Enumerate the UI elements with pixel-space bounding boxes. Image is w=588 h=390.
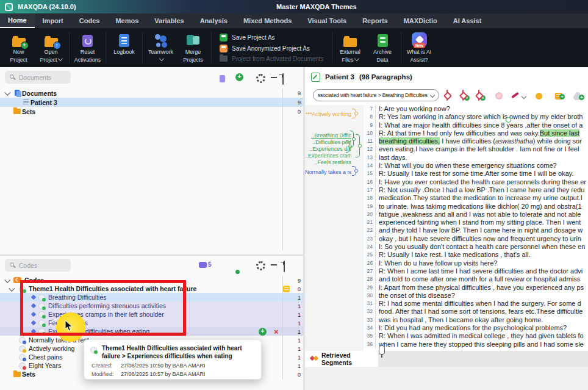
minimize-panel-button[interactable] xyxy=(271,264,277,265)
paragraph-line[interactable]: 25R: Usually I take rest. I take medicat… xyxy=(364,251,588,259)
paragraph-text[interactable]: even eating.I have cramps in the left sh… xyxy=(376,145,579,153)
paragraph-text[interactable]: I: So you usually don't contact a health… xyxy=(376,243,585,251)
margin-code-label-actively-working[interactable]: ***Actively working xyxy=(305,111,351,117)
margin-code-label-difficulties-perf[interactable]: ..Difficulties perf xyxy=(305,139,351,145)
menu-tab-reports[interactable]: Reports xyxy=(354,13,396,28)
paragraph-line[interactable]: 19to urinate. Iwas takimg medications li… xyxy=(364,203,588,211)
retrieved-segments-tab[interactable]: Retrieved Segments xyxy=(305,351,378,367)
undock-panel-button[interactable] xyxy=(282,73,284,85)
external-files-button[interactable]: External Files xyxy=(334,28,367,67)
code-with-new-code-button[interactable]: + xyxy=(459,90,467,101)
code-icon[interactable] xyxy=(443,90,451,101)
paragraph-line[interactable]: 17R: Not usually .Once I had a low BP .T… xyxy=(364,186,588,194)
document-row-documents[interactable]: Documents9 xyxy=(0,88,303,98)
merge-projects-button[interactable]: Merge Projects xyxy=(177,28,209,67)
paragraph-text[interactable]: R: Yes Iam working in afancy store which… xyxy=(376,113,583,121)
paragraph-line[interactable]: 15R: Usually I take rest for some time.A… xyxy=(364,170,588,178)
margin-code-label-breathing-diffic[interactable]: ..Breathing Diffic xyxy=(305,132,351,139)
paragraph-line[interactable]: 18medication.They started the medication… xyxy=(364,194,588,202)
save-anonymized-project-as-button[interactable]: Save Anonymized Project As xyxy=(220,45,324,52)
paragraph-line[interactable]: 24I: So you usually don't contact a heal… xyxy=(364,243,588,251)
paragraph-line[interactable]: 11breathing difficulties, I have difficu… xyxy=(364,137,588,145)
paragraph-line[interactable]: 29I: Apart from these physical difficult… xyxy=(364,284,588,292)
paragraph-text[interactable]: I: Apart from these physical difficultie… xyxy=(376,284,584,292)
code-in-vivo-button[interactable]: + xyxy=(475,90,483,101)
paragraph-line[interactable]: 23okay , but I have severe difficulties … xyxy=(364,235,588,243)
remove-code-button[interactable]: × xyxy=(274,328,279,336)
paragraph-line[interactable]: 21experienced fainting when I stand from… xyxy=(364,218,588,226)
menu-tab-home[interactable]: Home xyxy=(0,13,35,28)
paragraph-text[interactable]: when I came here they stopped this sleep… xyxy=(376,341,584,348)
paragraph-line[interactable]: 22and they told I have low BP. Then I ca… xyxy=(364,226,588,234)
panel-splitter[interactable] xyxy=(0,255,303,256)
chevron-down-icon[interactable] xyxy=(522,94,526,99)
paragraph-text[interactable]: and told to come after one month for a f… xyxy=(376,275,580,283)
menu-tab-maxdictio[interactable]: MAXDictio xyxy=(396,13,445,28)
coding-bracket-blue[interactable] xyxy=(352,166,356,176)
paragraph-text[interactable]: medication.They started the medication t… xyxy=(376,194,583,202)
microphone-icon[interactable] xyxy=(379,345,385,355)
paragraph-line[interactable]: 33was in hospital , Then I became okay a… xyxy=(364,316,588,324)
paragraph-line[interactable]: 16I: Have you ever contacted the health … xyxy=(364,178,588,186)
paragraph-line[interactable]: 34I: Did you had any medications for the… xyxy=(364,324,588,332)
documents-search[interactable]: Documents xyxy=(5,71,71,84)
paragraph-text[interactable]: to urinate. Iwas takimg medications like… xyxy=(376,203,582,211)
menu-tab-variables[interactable]: Variables xyxy=(146,13,192,28)
what-is-ai-assist-button[interactable]: New What is AI Assist? xyxy=(403,28,436,67)
paragraph-line[interactable]: 35R: When I was admitted in medical coll… xyxy=(364,332,588,340)
paragraph-line[interactable]: 14I: What will you do when these emergen… xyxy=(364,162,588,170)
menu-tab-ai-assist[interactable]: AI Assist xyxy=(445,13,490,28)
paragraph-text[interactable]: I: What are major health difficulties si… xyxy=(376,121,583,129)
chevron-down-icon[interactable] xyxy=(9,285,15,291)
paragraph-text[interactable]: experienced fainting when I stand from m… xyxy=(376,218,581,226)
edit-mode-icon[interactable] xyxy=(311,73,320,82)
activated-codes-button[interactable]: 5 xyxy=(199,261,212,268)
highlighter-icon[interactable] xyxy=(511,91,520,99)
paragraph-text[interactable]: and they told I have low BP. Then I came… xyxy=(376,226,583,234)
paragraph-line[interactable]: 28and told to come after one month for a… xyxy=(364,275,588,283)
document-row-patient-3[interactable]: Patient 39 xyxy=(0,98,303,107)
paragraph-line[interactable]: 7I: Are you working now? xyxy=(364,105,588,113)
margin-code-label-experiences-diff[interactable]: ..Experiences diff xyxy=(305,146,351,152)
save-project-as-button[interactable]: Save Project As xyxy=(220,34,324,42)
chevron-down-icon[interactable] xyxy=(4,276,10,283)
menu-tab-mixed-methods[interactable]: Mixed Methods xyxy=(235,13,299,28)
gear-icon[interactable] xyxy=(256,74,265,83)
paragraph-text[interactable]: R: When I acme last time I had severe di… xyxy=(376,267,583,275)
paragraph-text[interactable]: last days. xyxy=(376,154,407,162)
paragraph-line[interactable]: 20fatigue ,weakness and all and I was no… xyxy=(364,211,588,218)
paragraph-text[interactable]: R: Not usually .Once I had a low BP .The… xyxy=(376,186,584,194)
margin-code-label-feels-restless[interactable]: ..Feels restless xyxy=(305,159,351,165)
document-icon-button[interactable] xyxy=(220,75,225,82)
code-combobox[interactable]: ssociated with heart failure > Breathing… xyxy=(313,89,439,101)
paragraph-text[interactable]: the onset of this disease? xyxy=(376,292,455,300)
paragraph-text[interactable]: R: I had some mental difficulties when I… xyxy=(376,300,581,308)
coding-bracket-yellow[interactable] xyxy=(352,109,356,118)
coding-bracket-green[interactable] xyxy=(356,134,360,157)
paragraph-text[interactable]: I: What will you do when these emergency… xyxy=(376,162,557,170)
paragraph-line[interactable]: 8R: Yes Iam working in afancy store whic… xyxy=(364,113,588,121)
new-memo-button[interactable]: + xyxy=(555,93,562,99)
emoticon-icon[interactable] xyxy=(536,93,542,99)
paragraph-text[interactable]: was in hospital , Then I became okay aft… xyxy=(376,316,543,324)
menu-tab-visual-tools[interactable]: Visual Tools xyxy=(299,13,354,28)
new-project-button[interactable]: + New Project xyxy=(2,28,35,67)
archive-data-button[interactable]: Archive Data xyxy=(367,28,399,67)
paragraph-text[interactable]: I: Are you working now? xyxy=(376,105,450,113)
paragraph-line[interactable]: 32food. After that I had some sort of te… xyxy=(364,308,588,316)
paraphrase-button[interactable]: + xyxy=(573,95,582,100)
logbook-button[interactable]: Logbook xyxy=(108,28,140,67)
paragraph-line[interactable]: 36when I came here they stopped this sle… xyxy=(364,341,588,348)
paragraph-line[interactable]: 12even eating.I have cramps in the left … xyxy=(364,145,588,153)
emoticode-icon[interactable] xyxy=(495,92,503,99)
document-row-sets[interactable]: Sets0 xyxy=(0,107,303,116)
menu-tab-analysis[interactable]: Analysis xyxy=(192,13,235,28)
gear-icon[interactable] xyxy=(256,261,265,270)
chevron-down-icon[interactable] xyxy=(4,90,10,96)
codes-search[interactable]: Codes xyxy=(5,259,71,272)
memo-icon[interactable] xyxy=(283,286,290,292)
paragraph-text[interactable]: I: When do u have follow up visits here? xyxy=(376,259,497,267)
add-document-button[interactable] xyxy=(235,73,243,81)
segment-boundary-handle[interactable] xyxy=(506,117,511,123)
teamwork-button[interactable]: Teamwork xyxy=(145,28,177,67)
